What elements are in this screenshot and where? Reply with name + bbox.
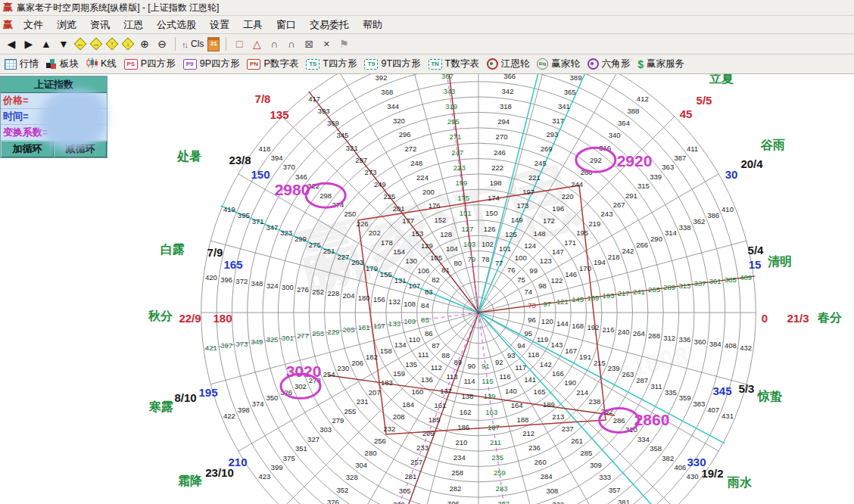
wheel-number: 164 <box>511 401 523 409</box>
wheel-number: 128 <box>440 230 452 238</box>
wheel-number: 118 <box>528 350 539 359</box>
toolbar-item-sectors[interactable]: 板块 <box>46 58 79 70</box>
wheel-number: 347 <box>266 223 278 232</box>
quote-panel: 上证指数 价格=时间=变换系数= 加循环减循环 <box>0 76 108 158</box>
wheel-number: 75 <box>517 275 525 284</box>
forward-icon[interactable]: ▶ <box>22 38 36 50</box>
wheel-number: 371 <box>252 217 264 226</box>
wheel-number: 315 <box>637 182 650 190</box>
pan-down-icon[interactable]: ↓ <box>122 38 134 50</box>
wheel-number: 336 <box>678 335 690 344</box>
flag-tool-icon[interactable]: ⚑ <box>337 38 351 50</box>
app-logo-icon: 赢 <box>3 0 13 15</box>
rect-tool-icon[interactable]: □ <box>232 38 246 50</box>
gann-wheel-chart[interactable]: 赢家江恩00:160873747576777879808182838485868… <box>0 74 854 504</box>
scale-tool-icon[interactable]: × <box>319 38 333 50</box>
pan-left-icon[interactable]: ← <box>74 38 86 50</box>
pan-right-icon[interactable]: → <box>90 38 102 50</box>
wheel-number: 389 <box>570 74 582 82</box>
wheel-number: 320 <box>393 117 405 125</box>
zoom-out-icon[interactable]: ⊖ <box>155 38 169 50</box>
toolbar-item-p-square[interactable]: PSP四方形 <box>124 58 176 70</box>
wheel-number: 177 <box>402 216 414 225</box>
menu-bar: 赢 文件浏览资讯江恩公式选股设置工具窗口交易委托帮助 <box>0 16 854 34</box>
wheel-number: 123 <box>540 257 552 265</box>
wheel-number: 432 <box>740 344 752 352</box>
arc-left-tool-icon[interactable]: ∩ <box>267 38 281 50</box>
wheel-number: 201 <box>393 204 405 213</box>
toolbar-item-quotes[interactable]: 行情 <box>5 58 39 70</box>
wheel-number: 328 <box>346 473 358 481</box>
wheel-number: 269 <box>541 145 553 153</box>
wheel-number: 257 <box>410 458 422 466</box>
wheel-number: 163 <box>485 408 497 416</box>
sub-cycle-button[interactable]: 减循环 <box>54 141 107 157</box>
wheel-label-0: 0 <box>762 312 768 325</box>
wheel-number: 383 <box>693 400 705 408</box>
wheel-number: 382 <box>662 454 674 462</box>
wheel-number: 115 <box>482 377 493 385</box>
triangle-tool-icon[interactable]: △ <box>250 38 263 50</box>
toolbar-item-winner-wheel[interactable]: Big赢家轮 <box>537 58 580 70</box>
wheel-label-23/8: 23/8 <box>229 154 251 166</box>
wheel-number: 138 <box>461 392 473 400</box>
zoom-in-icon[interactable]: ⊕ <box>138 38 151 50</box>
toolbar-item-9t-square[interactable]: T99T四方形 <box>364 58 420 70</box>
9t-square-icon: T9 <box>364 59 378 70</box>
pan-up-icon[interactable]: ↑ <box>106 38 118 50</box>
wheel-number: 375 <box>283 454 295 462</box>
menu-item-7[interactable]: 窗口 <box>270 18 303 32</box>
wheel-number: 273 <box>365 168 377 176</box>
wheel-number: 287 <box>636 376 648 384</box>
menu-item-3[interactable]: 江恩 <box>117 18 150 32</box>
wheel-number: 206 <box>351 359 363 367</box>
toolbar-item-gann-wheel[interactable]: 江恩轮 <box>487 58 530 70</box>
wheel-number: 108 <box>404 300 416 308</box>
arc-right-tool-icon[interactable]: ∩ <box>285 38 298 50</box>
wheel-number: 407 <box>707 406 719 414</box>
pointer-up-icon[interactable]: ▲ <box>39 38 53 50</box>
wheel-number: 213 <box>552 412 564 421</box>
wheel-label-秋分: 秋分 <box>148 309 173 325</box>
toolbar-item-t-square[interactable]: TST四方形 <box>306 58 357 70</box>
wheel-number: 421 <box>205 344 217 352</box>
wheel-label-180: 180 <box>213 312 232 325</box>
wheel-number: 297 <box>355 156 367 164</box>
toolbar-item-kline[interactable]: K线 <box>86 58 117 70</box>
toolbar-item-p-table[interactable]: PNP数字表 <box>247 58 298 70</box>
toolbar-item-9p-square[interactable]: P99P四方形 <box>183 58 240 70</box>
wheel-number: 365 <box>564 88 576 96</box>
calendar-icon[interactable]: 21 <box>207 37 220 51</box>
toolbar-item-t-table[interactable]: TNT数字表 <box>429 58 479 70</box>
box-x-tool-icon[interactable]: ⊠ <box>302 38 316 50</box>
menu-item-5[interactable]: 设置 <box>203 18 236 32</box>
wheel-number: 333 <box>599 473 611 481</box>
menu-item-2[interactable]: 资讯 <box>83 18 117 32</box>
menu-item-8[interactable]: 交易委托 <box>303 18 356 32</box>
menu-item-0[interactable]: 文件 <box>17 18 50 32</box>
wheel-number: 374 <box>252 400 264 408</box>
menu-item-1[interactable]: 浏览 <box>50 18 83 32</box>
menu-item-4[interactable]: 公式选股 <box>150 18 203 32</box>
wheel-number: 266 <box>636 241 648 249</box>
wheel-number: 250 <box>344 210 357 218</box>
pointer-down-icon[interactable]: ▼ <box>57 38 70 50</box>
toolbar-item-hexagon[interactable]: 六角形 <box>588 58 631 70</box>
wheel-number: 344 <box>387 102 399 110</box>
add-cycle-button[interactable]: 加循环 <box>1 141 54 157</box>
cls-button[interactable]: Cls <box>191 39 204 49</box>
menu-item-6[interactable]: 工具 <box>236 18 270 32</box>
wheel-number: 308 <box>546 487 558 495</box>
wheel-number: 323 <box>280 229 292 237</box>
back-icon[interactable]: ◀ <box>5 38 18 50</box>
menu-item-9[interactable]: 帮助 <box>356 18 389 32</box>
wheel-number: 256 <box>374 437 386 445</box>
wheel-label-165: 165 <box>223 258 242 271</box>
updown-icon[interactable]: ↑↓ <box>182 37 187 51</box>
wheel-label-5/5: 5/5 <box>697 94 712 107</box>
toolbar-item-winner-service[interactable]: $赢家服务 <box>637 58 684 70</box>
price-label-2920: 2920 <box>617 152 653 170</box>
9t-square-label: 9T四方形 <box>381 58 420 70</box>
wheel-number: 113 <box>446 372 457 381</box>
wheel-number: 423 <box>259 472 271 481</box>
